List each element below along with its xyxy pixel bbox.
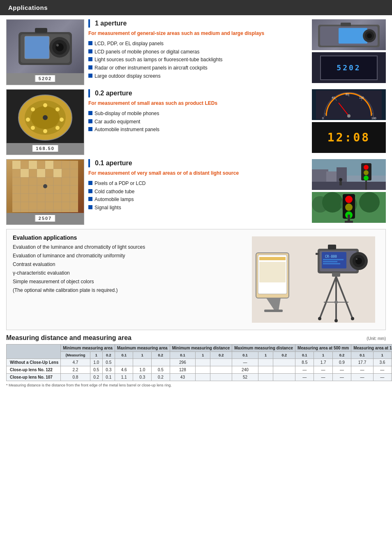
- aperture-01-title-text: 0.1 aperture: [95, 160, 132, 167]
- aperture-02-right-images: 0 40 80 120 180 12:08: [312, 89, 386, 153]
- td-val: —: [295, 374, 314, 381]
- list-item: Pixels of a PDP or LCD: [88, 180, 308, 187]
- svg-point-26: [26, 118, 30, 122]
- table-row: Close-up lens No. 107 0.8 0.2 0.1 1.1 0.…: [7, 374, 392, 381]
- aperture-02-title: 0.2 aperture: [88, 89, 308, 97]
- aperture-02-right-img-2: 12:08: [312, 122, 386, 153]
- aperture-01-right-img-1: [312, 159, 386, 190]
- svg-point-21: [55, 107, 60, 111]
- th-sub-1a: 1: [90, 352, 102, 359]
- td-val: 4.6: [115, 366, 133, 374]
- aperture-1-right-img-2: 5202: [312, 52, 386, 83]
- svg-point-72: [364, 176, 369, 180]
- aperture-1-right-images: 5202: [312, 19, 386, 83]
- td-val: [258, 366, 273, 374]
- svg-rect-103: [323, 263, 340, 264]
- measuring-table: Minimum measuring area Maximum measuring…: [6, 344, 392, 381]
- aperture-01-image: 2507: [6, 159, 84, 225]
- aperture-1-image: 5202: [6, 19, 84, 85]
- svg-point-20: [43, 103, 47, 107]
- aperture-02-img-label: 168.50: [32, 145, 58, 152]
- aperture-1-title-bar: [88, 19, 90, 28]
- svg-rect-74: [339, 181, 342, 185]
- td-val: 296: [170, 359, 195, 366]
- svg-rect-67: [312, 182, 386, 190]
- led-image: [7, 90, 84, 143]
- td-val: 1.7: [314, 359, 332, 366]
- list-item: Signal lights: [88, 204, 308, 211]
- list-bullet: [88, 119, 92, 123]
- td-val: —: [295, 366, 314, 374]
- th-sub-1d: 1: [258, 352, 273, 359]
- td-val: 2.2: [61, 366, 90, 374]
- svg-rect-55: [12, 161, 21, 169]
- svg-point-82: [345, 204, 353, 211]
- td-val: 3.6: [373, 359, 391, 366]
- svg-point-19: [31, 107, 35, 111]
- eval-item-6: (The optional white calibration plate is…: [13, 287, 242, 294]
- svg-rect-101: [323, 259, 344, 260]
- measuring-title: Measuring distance and measuring area: [6, 334, 131, 342]
- aperture-02-description: 0.2 aperture For measurement of small ar…: [88, 89, 308, 134]
- th-min-measuring-area: Minimum measuring area: [61, 345, 115, 352]
- svg-point-114: [334, 301, 338, 304]
- list-bullet: [88, 74, 92, 78]
- td-val: 1.1: [115, 374, 133, 381]
- evaluation-section: Evaluation applications Evaluation of th…: [6, 229, 386, 330]
- table-footnote: * Measuring distance is the distance fro…: [6, 383, 386, 387]
- th-min-measuring-dist: Minimum measuring distance: [170, 345, 232, 352]
- svg-text:80: 80: [346, 93, 349, 96]
- row-label: Without a Close-Up Lens: [7, 359, 61, 366]
- svg-point-22: [60, 118, 64, 122]
- aperture-1-description: 1 aperture For measurement of general-si…: [88, 19, 308, 81]
- td-val: [115, 359, 133, 366]
- td-val: [210, 374, 232, 381]
- td-val: 128: [170, 366, 195, 374]
- aperture-02-list: Sub-display of mobile phones Car audio e…: [88, 110, 308, 133]
- aperture-02-subtitle: For measurement of small areas such as p…: [88, 100, 308, 107]
- td-val: —: [373, 374, 391, 381]
- td-val: 0.8: [61, 374, 90, 381]
- aperture-02-section: 168.50 0.2 aperture For measurement of s…: [6, 89, 386, 155]
- th-sub-01c: 0.1: [232, 352, 258, 359]
- main-content: 5202 1 aperture For measurement of gener…: [0, 15, 392, 391]
- unit-note: (Unit: mm): [367, 336, 386, 341]
- list-item: Automobile instrument panels: [88, 126, 308, 133]
- td-val: 0.5: [102, 359, 115, 366]
- list-bullet: [88, 181, 92, 185]
- table-row: Without a Close-Up Lens 4.7 1.0 0.5 296 …: [7, 359, 392, 366]
- svg-rect-8: [35, 28, 47, 33]
- list-item: LCD panels of mobile phones or digital c…: [88, 49, 308, 56]
- aperture-01-subtitle: For measurement of very small areas or o…: [88, 170, 308, 177]
- th-sub-02c: 0.2: [210, 352, 232, 359]
- td-val: 1.0: [90, 359, 102, 366]
- td-val: —: [332, 374, 351, 381]
- td-val: 0.1: [102, 374, 115, 381]
- list-item: Radar or other instrument panels in airc…: [88, 65, 308, 72]
- aperture-1-title: 1 aperture: [88, 19, 308, 28]
- aperture-01-right-images: [312, 159, 386, 223]
- list-item: Cold cathode tube: [88, 188, 308, 195]
- list-bullet: [88, 57, 92, 61]
- td-val: —: [314, 366, 332, 374]
- aperture-01-img-label: 2507: [35, 215, 55, 222]
- svg-rect-85: [345, 221, 353, 223]
- th-sub-01a: 0.1: [115, 352, 133, 359]
- svg-rect-60: [53, 169, 62, 177]
- svg-rect-92: [264, 310, 283, 312]
- list-bullet: [88, 197, 92, 201]
- th-max-measuring-dist: Maximum measuring distance: [232, 345, 295, 352]
- svg-rect-56: [29, 161, 37, 169]
- aperture-02-image: 168.50: [6, 89, 84, 155]
- td-val: 0.2: [90, 374, 102, 381]
- svg-rect-2: [25, 36, 49, 59]
- td-val: 43: [170, 374, 195, 381]
- th-sub-1e: 1: [314, 352, 332, 359]
- td-val: [196, 359, 210, 366]
- aperture-02-title-bar: [88, 89, 90, 97]
- svg-rect-106: [332, 273, 340, 277]
- th-sub-label: (Measuring: [61, 352, 90, 359]
- td-val: 0.5: [152, 366, 170, 374]
- td-val: —: [314, 374, 332, 381]
- list-item: Car audio equipment: [88, 118, 308, 125]
